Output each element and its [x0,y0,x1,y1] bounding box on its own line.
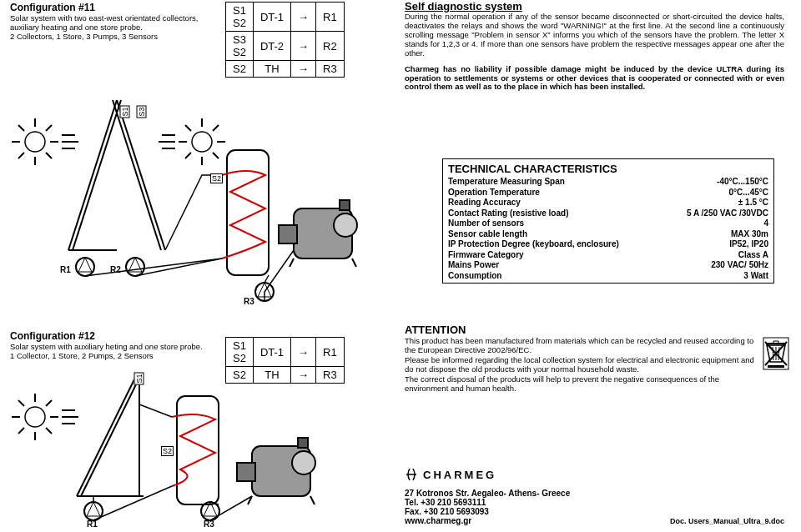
svg-point-30 [76,258,94,276]
svg-line-40 [46,400,52,406]
footer-doc: Doc. Users_Manual_Ultra_9.doc [670,517,784,525]
svg-line-13 [46,153,52,158]
dt2-r1c3: → [291,338,316,367]
tech-row: IP Protection Degree (keyboard, enclosur… [448,239,768,250]
dt1-r3c1: S2 [226,61,254,78]
attention-title: ATTENTION [405,324,755,336]
svg-rect-46 [237,463,255,481]
svg-rect-25 [227,150,269,275]
svg-point-33 [25,407,45,427]
diagram-config11: S1 S3 S2 R1 R2 R3 [10,83,385,304]
tech-row: Number of sensors4 [448,218,768,229]
svg-rect-27 [340,200,350,210]
dt1-r3c3: → [291,61,316,78]
self-diagnostic-block: Self diagnostic system During the normal… [405,0,784,92]
svg-line-38 [18,400,24,406]
dt1-r3c2: TH [253,61,290,78]
tech-row: Consumption3 Watt [448,271,768,282]
tech-row: Contact Rating (resistive load)5 A /250 … [448,208,768,219]
dt2-r1c2: DT-1 [253,338,290,367]
attention-p1: This product has been manufactured from … [405,336,755,355]
tech-row: Sensor cable lengthMAX 30m [448,229,768,240]
config11-desc2: 2 Collectors, 1 Store, 3 Pumps, 3 Sensor… [10,32,210,41]
config11-block: Configuration #11 Solar system with two … [10,2,210,41]
dt1-r1c4: R1 [316,3,345,32]
config12-desc2: 1 Collector, 1 Store, 2 Pumps, 2 Sensors [10,351,210,360]
footer-fax: Fax. +30 210 5693093 [405,507,489,516]
svg-rect-6 [768,365,784,368]
svg-point-7 [25,132,45,152]
dt1-r3c4: R3 [316,61,345,78]
dt1-r2c3: → [291,32,316,61]
svg-line-15 [18,153,24,158]
pump-r2: R2 [110,265,121,274]
dt2-r1c1: S1 S2 [226,338,254,367]
dt1-r1c2: DT-1 [253,3,290,32]
brand-logo: CHARMEG [405,465,784,484]
dt1-r2c1: S3 S2 [226,32,254,61]
footer-web: www.charmeg.gr [405,516,489,525]
footer-block: CHARMEG 27 Kotronos Str. Aegaleo- Athens… [405,465,784,525]
footer-tel: Tel. +30 210 5693111 [405,498,784,507]
weee-recycle-icon [763,337,789,370]
svg-line-14 [46,125,52,131]
self-diag-title: Self diagnostic system [405,0,784,13]
footer-addr: 27 Kotronos Str. Aegaleo- Athens- Greece [405,489,784,498]
svg-line-39 [46,428,52,434]
svg-line-23 [185,125,191,131]
pump-r3: R3 [244,297,254,306]
config12-title: Configuration #12 [10,330,210,342]
sensor-s1: S1 [134,372,144,384]
diagram-config12: S1 S2 R1 R3 [10,371,385,529]
svg-line-12 [18,125,24,131]
tech-row: Mains Power230 VAC/ 50Hz [448,260,768,271]
sensor-s2: S2 [210,173,223,183]
svg-rect-44 [298,438,308,448]
dt1-r1c3: → [291,3,316,32]
attention-p3: The correct disposal of the products wil… [405,374,755,394]
config12-desc1: Solar system with auxiliary heting and o… [10,342,210,351]
sensor-s3: S3 [137,105,147,118]
tech-row: Firmware CategoryClass A [448,250,768,261]
config11-title: Configuration #11 [10,2,210,13]
config12-block: Configuration #12 Solar system with auxi… [10,330,210,360]
svg-point-31 [126,258,144,276]
tech-title: TECHNICAL CHARACTERISTICS [448,163,768,175]
svg-rect-42 [177,396,219,504]
svg-line-24 [213,153,219,158]
self-diag-p1: During the normal operation if any of th… [405,13,784,58]
dt1-r2c2: DT-2 [253,32,290,61]
pump-r1: R1 [60,265,71,274]
dt1-r2c4: R2 [316,32,345,61]
svg-line-22 [185,153,191,158]
self-diag-p2: Charmeg has no liability if possible dam… [405,65,784,93]
tech-row: Reading Accuracy± 1.5 °C [448,198,768,208]
tech-characteristics-box: TECHNICAL CHARACTERISTICS Temperature Me… [442,158,774,284]
svg-point-28 [334,213,357,237]
attention-block: ATTENTION This product has been manufact… [405,324,755,393]
svg-line-21 [213,125,219,131]
svg-rect-29 [279,225,297,243]
svg-point-16 [192,132,212,152]
config11-desc1: Solar system with two east-west orientat… [10,13,210,32]
dt2-r1c4: R1 [316,338,345,367]
pump-r1: R1 [87,519,98,529]
tech-row: Operation Temperature0°C...45°C [448,188,768,198]
sun-icon [12,118,78,165]
attention-p2: Please be informed regarding the local c… [405,355,755,374]
sensor-s1: S1 [120,105,130,118]
svg-text:CHARMEG: CHARMEG [423,469,496,481]
pump-r3: R3 [204,519,214,529]
sun-icon [12,394,78,440]
sun-icon [159,118,225,165]
svg-point-45 [292,451,315,474]
tech-row: Temperature Measuring Span-40°C...150°C [448,177,768,188]
svg-line-41 [18,428,24,434]
dt1-r1c1: S1 S2 [226,3,254,32]
sensor-s2: S2 [161,446,174,456]
dt-table-1: S1 S2 DT-1 → R1 S3 S2 DT-2 → R2 S2 TH → … [225,2,345,78]
